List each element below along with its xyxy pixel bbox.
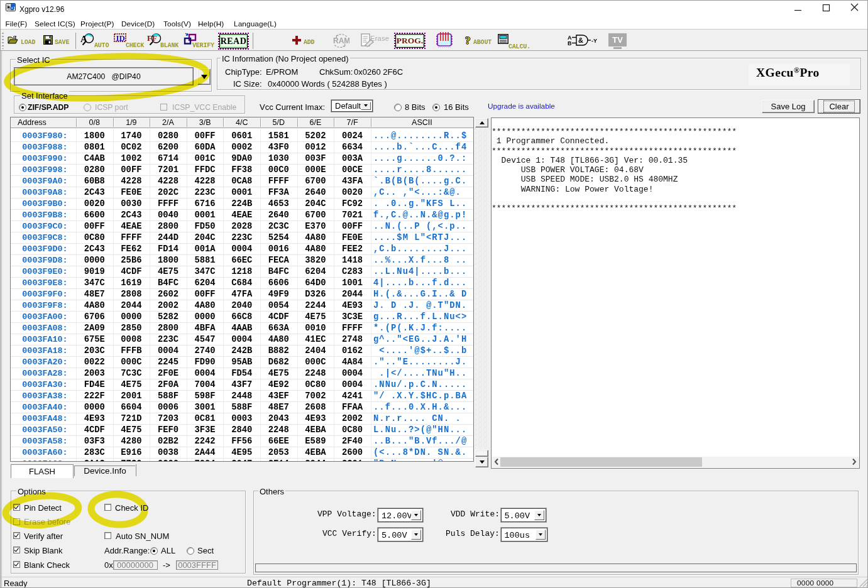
svg-text:B: B [568,40,572,46]
svg-text:&: & [578,36,583,44]
svg-text:-Y: -Y [591,38,597,44]
svg-text:RAM: RAM [333,36,349,45]
svg-text:ID: ID [116,33,124,42]
